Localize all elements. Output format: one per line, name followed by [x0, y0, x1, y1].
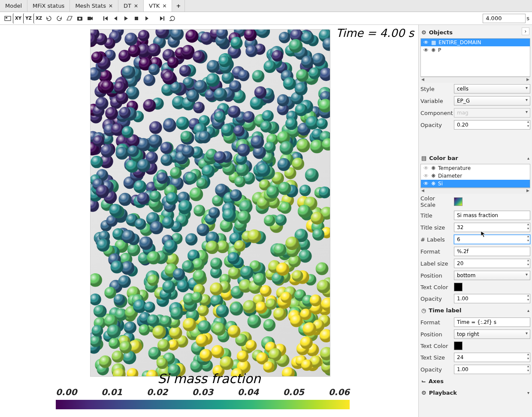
svg-point-1549: [236, 163, 249, 176]
objects-section-header[interactable]: ⚙ Objects ▴: [420, 27, 530, 38]
next-frame-button[interactable]: [142, 13, 152, 24]
cbar-opacity-input[interactable]: [454, 294, 530, 303]
colorscale-swatch[interactable]: [454, 197, 462, 206]
close-icon[interactable]: ✕: [109, 3, 113, 9]
objects-opacity-input[interactable]: [454, 120, 530, 130]
cbar-row-temperature[interactable]: 👁 ❋ Temperature: [421, 164, 530, 172]
view-xz-button[interactable]: XZ: [33, 13, 44, 24]
colorbar-section-header[interactable]: ▤ Color bar ▴: [420, 152, 530, 164]
cbar-titlesize-input[interactable]: [454, 223, 530, 232]
svg-point-1271: [277, 94, 289, 106]
visibility-off-icon[interactable]: 👁: [423, 173, 429, 179]
view-yz-button[interactable]: YZ: [23, 13, 33, 24]
svg-point-1255: [157, 339, 170, 352]
tab-vtk[interactable]: VTK✕: [144, 0, 172, 12]
svg-rect-6: [135, 17, 138, 20]
svg-point-887: [280, 141, 293, 155]
prev-frame-button[interactable]: [111, 13, 121, 24]
cbar-nlabels-input[interactable]: [454, 235, 530, 244]
svg-point-1505: [300, 336, 312, 349]
last-frame-button[interactable]: [157, 13, 167, 24]
svg-point-1553: [97, 239, 109, 252]
svg-point-675: [255, 302, 267, 314]
colorbar-tick: 0.00: [56, 387, 77, 397]
tab-add[interactable]: +: [172, 0, 185, 12]
cbar-title-input[interactable]: [454, 211, 530, 220]
visibility-off-icon[interactable]: 👁: [423, 165, 429, 171]
cbar-format-input[interactable]: [454, 247, 530, 256]
view-xy-button[interactable]: XY: [13, 13, 23, 24]
cbar-row-diameter[interactable]: 👁 ❋ Diameter: [421, 172, 530, 180]
svg-point-1335: [160, 315, 172, 327]
svg-point-1187: [272, 50, 283, 62]
tab-model[interactable]: Model: [0, 0, 27, 12]
visibility-icon[interactable]: 👁: [423, 39, 429, 45]
svg-point-1571: [303, 322, 317, 336]
play-button[interactable]: [121, 13, 131, 24]
rotate-right-button[interactable]: [54, 13, 64, 24]
perspective-button[interactable]: [64, 13, 75, 24]
svg-point-1121: [170, 307, 183, 320]
svg-point-1125: [263, 60, 276, 73]
screenshot-button[interactable]: [75, 13, 85, 24]
first-frame-button[interactable]: [100, 13, 111, 24]
tl-opacity-input[interactable]: [454, 365, 530, 374]
svg-point-1337: [253, 273, 266, 286]
cbar-textcolor-swatch[interactable]: [454, 283, 462, 291]
close-icon[interactable]: ✕: [162, 3, 166, 9]
timelabel-section-header[interactable]: ◷ Time label ▴: [420, 305, 530, 316]
tab-dt[interactable]: DT✕: [118, 0, 144, 12]
cbar-position-select[interactable]: bottom: [454, 271, 530, 280]
tl-textsize-input[interactable]: [454, 353, 530, 362]
rotate-left-button[interactable]: [44, 13, 54, 24]
svg-point-1465: [148, 64, 160, 75]
list-scrollbar[interactable]: [420, 77, 530, 83]
list-scrollbar[interactable]: [420, 188, 530, 194]
svg-point-1441: [248, 314, 261, 328]
tl-format-input[interactable]: [454, 317, 530, 327]
visibility-icon[interactable]: 👁: [423, 47, 429, 53]
svg-point-1475: [91, 273, 102, 287]
variable-select[interactable]: EP_G: [454, 96, 530, 106]
svg-point-1189: [116, 92, 128, 104]
stop-button[interactable]: [131, 13, 142, 24]
object-row-p[interactable]: 👁 ❋ P: [421, 46, 530, 54]
record-button[interactable]: [85, 13, 95, 24]
vtk-viewport[interactable]: Time = 4.00 s Si mass fraction 0.00 0.01…: [0, 25, 418, 417]
visibility-icon[interactable]: 👁: [423, 181, 429, 187]
cbar-row-si[interactable]: 👁 ❋ Si: [421, 180, 530, 187]
svg-point-1473: [222, 208, 236, 222]
style-label: Style: [420, 86, 451, 92]
particles-icon: ❋: [431, 173, 435, 179]
cbar-labelsize-input[interactable]: [454, 259, 530, 268]
svg-point-1257: [193, 205, 205, 216]
loop-button[interactable]: [167, 13, 178, 24]
svg-point-1265: [305, 168, 319, 182]
svg-point-1561: [137, 159, 150, 172]
playback-section-header[interactable]: ⚙ Playback ▾: [420, 387, 530, 399]
style-select[interactable]: cells: [454, 84, 530, 94]
particles-icon: ❋: [431, 165, 435, 171]
svg-point-1253: [177, 280, 189, 293]
tl-textcolor-swatch[interactable]: [454, 341, 462, 350]
svg-point-1453: [229, 80, 241, 92]
svg-point-681: [273, 308, 286, 320]
svg-point-1355: [220, 357, 233, 370]
axes-section-header[interactable]: ⌙ Axes: [420, 375, 530, 387]
svg-point-1117: [283, 77, 296, 90]
svg-point-1569: [245, 340, 257, 351]
object-row-entire-domain[interactable]: 👁 ▦ ENTIRE_DOMAIN: [421, 39, 530, 46]
tab-mesh-stats[interactable]: Mesh Stats✕: [70, 0, 118, 12]
tl-position-select[interactable]: top right: [454, 329, 530, 339]
tab-mfix-status[interactable]: MFiX status: [27, 0, 70, 12]
svg-point-1589: [191, 292, 203, 303]
time-input[interactable]: [483, 14, 526, 23]
colorbar-list[interactable]: 👁 ❋ Temperature 👁 ❋ Diameter 👁 ❋ Si: [420, 164, 530, 188]
panel-collapse-button[interactable]: ›: [522, 27, 529, 35]
svg-point-929: [292, 158, 305, 170]
reset-view-button[interactable]: [3, 13, 13, 24]
svg-point-1445: [295, 82, 308, 95]
close-icon[interactable]: ✕: [134, 3, 138, 9]
colorbar-axis: 0.00 0.01 0.02 0.03 0.04 0.05 0.06: [56, 387, 350, 417]
objects-list[interactable]: 👁 ▦ ENTIRE_DOMAIN 👁 ❋ P: [420, 38, 530, 77]
